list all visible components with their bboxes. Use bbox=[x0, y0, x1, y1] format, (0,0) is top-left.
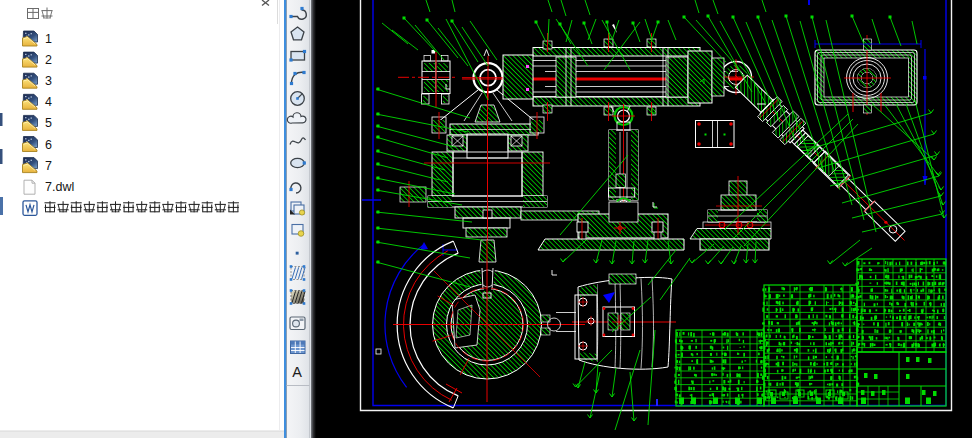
svg-text:A: A bbox=[292, 364, 302, 380]
svg-text:1: 1 bbox=[45, 32, 52, 46]
svg-text:7.dwl: 7.dwl bbox=[45, 180, 74, 194]
svg-text:6: 6 bbox=[45, 138, 52, 152]
svg-text:3: 3 bbox=[45, 74, 52, 88]
svg-text:7: 7 bbox=[45, 159, 52, 173]
svg-text:2: 2 bbox=[45, 53, 52, 67]
svg-text:5: 5 bbox=[45, 116, 52, 130]
svg-text:4: 4 bbox=[45, 95, 52, 109]
